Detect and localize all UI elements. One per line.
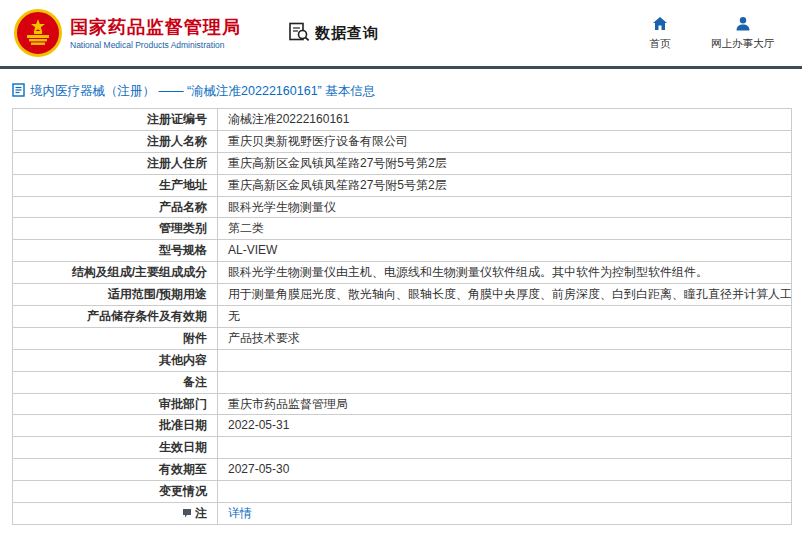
row-label-cell: 注册人住所 [13,152,218,174]
row-value-cell: 渝械注准20222160161 [218,109,792,131]
row-value-cell: 用于测量角膜屈光度、散光轴向、眼轴长度、角膜中央厚度、前房深度、白到白距离、瞳孔… [218,284,792,306]
row-label: 备注 [183,375,207,389]
person-icon [735,16,751,34]
table-row: 型号规格AL-VIEW [13,240,792,262]
detail-link[interactable]: 详情 [228,506,252,520]
home-icon [652,16,668,34]
row-label-cell: 适用范围/预期用途 [13,284,218,306]
row-label-cell: 注册人名称 [13,130,218,152]
row-value-cell: 产品技术要求 [218,327,792,349]
table-row: 产品储存条件及有效期无 [13,306,792,328]
nav-service-hall-label: 网上办事大厅 [711,37,774,51]
agency-title-cn: 国家药品监督管理局 [70,16,241,38]
row-label-cell: 其他内容 [13,349,218,371]
row-value: 产品技术要求 [228,331,300,345]
nav-home[interactable]: 首页 [643,16,677,51]
table-row: 变更情况 [13,481,792,503]
row-label: 变更情况 [159,484,207,498]
national-emblem-logo [14,9,62,57]
note-icon [182,507,192,517]
row-value-cell: 重庆贝奥新视野医疗设备有限公司 [218,130,792,152]
row-value-cell [218,437,792,459]
table-row: 批准日期2022-05-31 [13,415,792,437]
table-row: 审批部门重庆市药品监督管理局 [13,393,792,415]
table-row: 其他内容 [13,349,792,371]
row-value-cell: 重庆高新区金凤镇凤笙路27号附5号第2层 [218,174,792,196]
row-label-cell: 有效期至 [13,459,218,481]
row-value: 眼科光学生物测量仪由主机、电源线和生物测量仪软件组成。其中软件为控制型软件组件。 [228,265,708,279]
agency-brand: 国家药品监督管理局 National Medical Products Admi… [14,9,241,57]
row-value-cell: 详情 [218,503,792,525]
row-value: 渝械注准20222160161 [228,112,349,126]
row-value-cell [218,481,792,503]
row-label: 型号规格 [159,243,207,257]
table-row: 注册证编号渝械注准20222160161 [13,109,792,131]
row-label-cell: 产品储存条件及有效期 [13,306,218,328]
row-value: 2027-05-30 [228,462,289,476]
row-label: 生产地址 [159,178,207,192]
row-label: 注册人名称 [147,134,207,148]
row-value-cell: 眼科光学生物测量仪 [218,196,792,218]
row-label: 审批部门 [159,397,207,411]
table-row: 附件产品技术要求 [13,327,792,349]
breadcrumb: 境内医疗器械（注册） —— “渝械注准20222160161” 基本信息 [0,69,802,108]
table-row: 适用范围/预期用途用于测量角膜屈光度、散光轴向、眼轴长度、角膜中央厚度、前房深度… [13,284,792,306]
row-label-cell: 备注 [13,371,218,393]
row-value-cell: 眼科光学生物测量仪由主机、电源线和生物测量仪软件组成。其中软件为控制型软件组件。 [218,262,792,284]
row-value-cell: 无 [218,306,792,328]
row-label: 管理类别 [159,221,207,235]
row-label-cell: 附件 [13,327,218,349]
row-label: 附件 [183,331,207,345]
info-table-body: 注册证编号渝械注准20222160161注册人名称重庆贝奥新视野医疗设备有限公司… [13,109,792,525]
table-row: 管理类别第二类 [13,218,792,240]
row-label-cell: 管理类别 [13,218,218,240]
row-value-cell: 第二类 [218,218,792,240]
table-row: 有效期至2027-05-30 [13,459,792,481]
row-value: 眼科光学生物测量仪 [228,200,336,214]
row-value: AL-VIEW [228,243,277,257]
row-label-cell: 型号规格 [13,240,218,262]
table-row: 注册人住所重庆高新区金凤镇凤笙路27号附5号第2层 [13,152,792,174]
row-label: 其他内容 [159,353,207,367]
registration-info-table: 注册证编号渝械注准20222160161注册人名称重庆贝奥新视野医疗设备有限公司… [12,108,792,525]
row-label: 有效期至 [159,462,207,476]
page-title: 境内医疗器械（注册） —— “渝械注准20222160161” 基本信息 [30,83,375,100]
document-icon [12,83,25,100]
data-query-nav[interactable]: 数据查询 [289,22,379,44]
row-value: 重庆高新区金凤镇凤笙路27号附5号第2层 [228,178,447,192]
row-label: 结构及组成/主要组成成分 [72,265,207,279]
table-row: 注册人名称重庆贝奥新视野医疗设备有限公司 [13,130,792,152]
row-label: 生效日期 [159,440,207,454]
nav-service-hall[interactable]: 网上办事大厅 [711,16,774,51]
row-value: 第二类 [228,221,264,235]
row-label-cell: 批准日期 [13,415,218,437]
row-label: 适用范围/预期用途 [108,287,207,301]
row-label-cell: 变更情况 [13,481,218,503]
table-row: 生产地址重庆高新区金凤镇凤笙路27号附5号第2层 [13,174,792,196]
data-query-label: 数据查询 [315,24,379,43]
row-value-cell: AL-VIEW [218,240,792,262]
nav-home-label: 首页 [650,37,671,51]
row-label: 产品储存条件及有效期 [87,309,207,323]
row-value: 重庆市药品监督管理局 [228,397,348,411]
row-value: 2022-05-31 [228,418,289,432]
row-label: 批准日期 [159,418,207,432]
table-row: 生效日期 [13,437,792,459]
top-nav: 首页 网上办事大厅 [643,16,788,51]
table-row: 结构及组成/主要组成成分眼科光学生物测量仪由主机、电源线和生物测量仪软件组成。其… [13,262,792,284]
row-value: 无 [228,309,240,323]
row-label-cell: 生效日期 [13,437,218,459]
row-value-cell: 重庆市药品监督管理局 [218,393,792,415]
row-label-cell: 审批部门 [13,393,218,415]
row-label: 产品名称 [159,200,207,214]
row-value-cell: 2027-05-30 [218,459,792,481]
row-label: 注册人住所 [147,156,207,170]
row-value: 重庆贝奥新视野医疗设备有限公司 [228,134,408,148]
page-header: 国家药品监督管理局 National Medical Products Admi… [0,0,802,69]
registration-info-section: 注册证编号渝械注准20222160161注册人名称重庆贝奥新视野医疗设备有限公司… [0,108,802,525]
table-row: 产品名称眼科光学生物测量仪 [13,196,792,218]
row-label: 注册证编号 [147,112,207,126]
row-value-cell [218,371,792,393]
row-label-cell: 注册证编号 [13,109,218,131]
table-row: 注详情 [13,503,792,525]
